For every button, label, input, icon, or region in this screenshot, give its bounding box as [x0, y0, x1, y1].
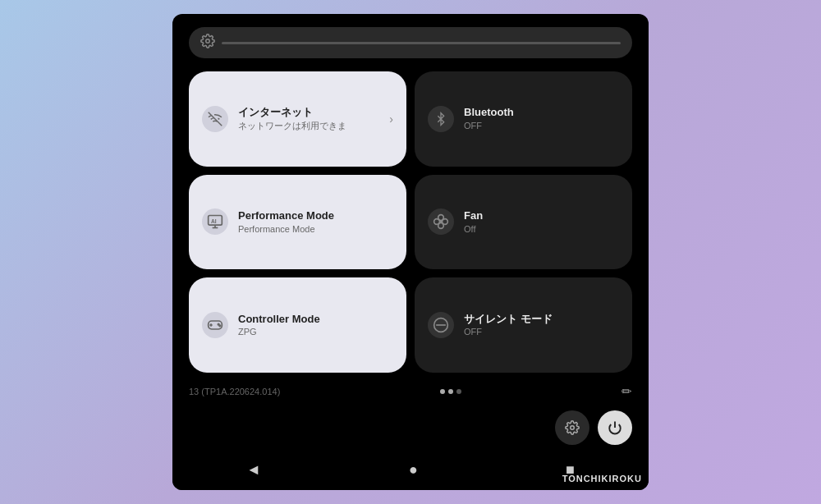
- settings-button[interactable]: [555, 410, 589, 445]
- home-button[interactable]: ●: [409, 461, 418, 479]
- internet-text: インターネット ネットワークは利用できま: [238, 106, 346, 131]
- bluetooth-text: Bluetooth OFF: [464, 106, 514, 131]
- controller-icon: [202, 312, 228, 338]
- svg-point-0: [206, 39, 210, 44]
- svg-text:AI: AI: [211, 218, 217, 224]
- bottom-bar: 13 (TP1A.220624.014) ✏: [172, 379, 649, 407]
- bluetooth-title: Bluetooth: [464, 106, 514, 120]
- controls-grid: インターネット ネットワークは利用できま › Bluetooth OFF: [172, 65, 649, 379]
- tile-fan[interactable]: Fan Off: [415, 175, 632, 270]
- back-button[interactable]: ◄: [246, 461, 261, 479]
- fan-title: Fan: [464, 209, 483, 223]
- wifi-off-icon: [202, 106, 228, 132]
- performance-subtitle: Performance Mode: [238, 223, 334, 235]
- performance-title: Performance Mode: [238, 209, 334, 223]
- brightness-gear-icon: [200, 34, 215, 52]
- bluetooth-subtitle: OFF: [464, 120, 514, 131]
- silent-icon: [428, 312, 454, 338]
- watermark: TONCHIKIROKU: [562, 474, 642, 483]
- silent-text: サイレント モード OFF: [464, 313, 553, 338]
- silent-title: サイレント モード: [464, 313, 553, 327]
- tile-bluetooth[interactable]: Bluetooth OFF: [415, 71, 632, 167]
- tile-internet[interactable]: インターネット ネットワークは利用できま ›: [189, 71, 406, 167]
- bluetooth-icon: [428, 106, 454, 132]
- performance-text: Performance Mode Performance Mode: [238, 209, 334, 235]
- edit-icon[interactable]: ✏: [621, 384, 632, 399]
- fan-icon: [428, 208, 454, 235]
- brightness-slider[interactable]: [222, 42, 621, 44]
- svg-point-15: [571, 426, 575, 430]
- internet-subtitle: ネットワークは利用できま: [238, 120, 346, 131]
- controller-text: Controller Mode ZPG: [238, 313, 320, 338]
- dot-2: [448, 389, 453, 394]
- controller-title: Controller Mode: [238, 313, 320, 327]
- dot-1: [440, 389, 445, 394]
- top-bar: [172, 14, 649, 65]
- svg-point-12: [219, 325, 221, 327]
- page-dots: [440, 389, 461, 394]
- tile-performance[interactable]: AI Performance Mode Performance Mode: [189, 175, 406, 270]
- fan-text: Fan Off: [464, 209, 483, 235]
- version-text: 13 (TP1A.220624.014): [189, 387, 280, 396]
- internet-chevron: ›: [389, 112, 393, 126]
- nav-bar: ◄ ● ■: [172, 453, 649, 490]
- phone-screen: インターネット ネットワークは利用できま › Bluetooth OFF: [172, 14, 649, 490]
- dot-3: [456, 389, 461, 394]
- internet-title: インターネット: [238, 106, 346, 120]
- controller-subtitle: ZPG: [238, 326, 320, 337]
- tile-controller[interactable]: Controller Mode ZPG: [189, 277, 406, 373]
- performance-icon: AI: [202, 208, 228, 235]
- fan-subtitle: Off: [464, 223, 483, 235]
- tile-silent[interactable]: サイレント モード OFF: [415, 277, 632, 373]
- silent-subtitle: OFF: [464, 326, 553, 337]
- brightness-bar[interactable]: [189, 27, 632, 58]
- action-buttons: [172, 407, 649, 453]
- power-button[interactable]: [598, 410, 632, 445]
